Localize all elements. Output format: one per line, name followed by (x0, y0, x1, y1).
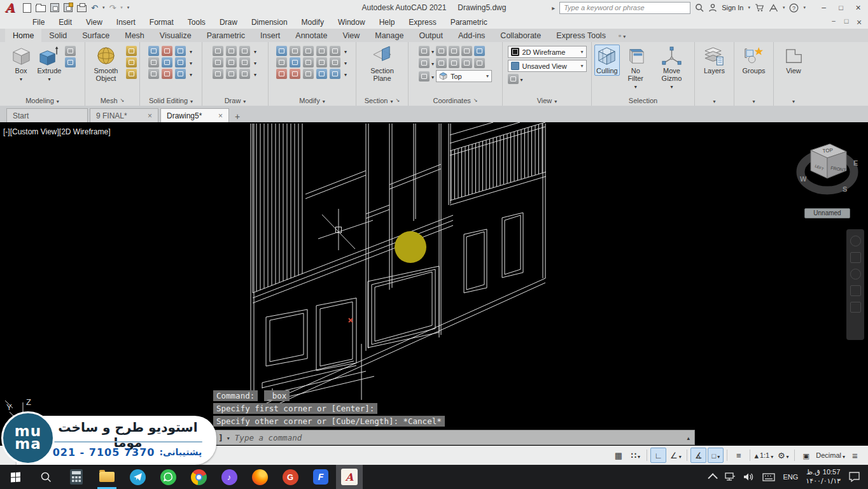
panel-title-coordinates[interactable]: Coordinates↘ (409, 95, 502, 106)
taskbar-app-autocad[interactable] (336, 465, 363, 489)
taper-face-icon[interactable] (162, 69, 172, 79)
solid-edit-caret1-icon[interactable] (190, 46, 192, 55)
sign-in-dropdown-icon[interactable]: ▾ (748, 5, 750, 10)
ribbon-tab-mesh[interactable]: Mesh (117, 29, 152, 42)
grid-toggle-button[interactable] (610, 448, 626, 463)
menu-item-edit[interactable]: Edit (52, 17, 79, 28)
fillet-edge-icon[interactable] (148, 69, 159, 79)
search-expand-icon[interactable] (552, 3, 555, 12)
ribbon-tab-home[interactable]: Home (5, 29, 41, 42)
osnap-button[interactable] (708, 448, 724, 463)
panel-title-section[interactable]: Section↘ (356, 95, 408, 106)
cart-icon[interactable] (755, 3, 764, 12)
snap-toggle-button[interactable] (627, 448, 643, 463)
scale-icon[interactable] (316, 57, 327, 67)
ribbon-display-toggle[interactable] (619, 29, 626, 42)
ucs-3point-icon[interactable] (474, 58, 485, 68)
osnap-tracking-button[interactable] (690, 448, 706, 463)
annotation-scale-button[interactable]: 1:1 (753, 448, 774, 463)
ribbon-tab-output[interactable]: Output (411, 29, 451, 42)
orbit-icon[interactable] (850, 285, 861, 296)
polyline-icon[interactable] (213, 46, 223, 56)
qat-customize-icon[interactable]: ▾ (127, 5, 130, 10)
redo-dropdown-icon[interactable]: ▾ (120, 5, 123, 10)
menu-item-window[interactable]: Window (331, 17, 372, 28)
taskbar-app-whatsapp[interactable] (153, 465, 183, 489)
menu-item-dimension[interactable]: Dimension (244, 17, 295, 28)
offset-icon[interactable] (316, 69, 327, 79)
command-expand-icon[interactable] (687, 433, 690, 442)
start-button[interactable] (0, 465, 31, 489)
smooth-more-icon[interactable] (126, 46, 137, 56)
help-icon[interactable]: ? (789, 3, 799, 13)
menu-item-view[interactable]: View (79, 17, 109, 28)
new-file-icon[interactable] (23, 3, 31, 13)
copy-icon[interactable] (316, 46, 327, 56)
autodesk-app-dropdown-icon[interactable]: ▾ (783, 5, 785, 10)
search-icon[interactable] (695, 3, 704, 12)
ribbon-tab-manage[interactable]: Manage (367, 29, 411, 42)
action-center-icon[interactable] (848, 472, 860, 482)
shell-icon[interactable] (175, 57, 186, 67)
menu-item-tools[interactable]: Tools (181, 17, 213, 28)
speaker-icon[interactable] (743, 472, 755, 481)
stretch-icon[interactable] (303, 69, 314, 79)
undo-dropdown-icon[interactable]: ▾ (102, 5, 105, 10)
3d-align-icon[interactable] (290, 46, 300, 56)
menu-item-help[interactable]: Help (372, 17, 402, 28)
array-icon[interactable] (330, 69, 340, 79)
polysolid-icon[interactable] (65, 46, 76, 56)
file-tab-close-icon[interactable] (148, 111, 152, 120)
panel-title-groups[interactable] (734, 95, 773, 106)
erase-icon[interactable] (276, 69, 287, 79)
view-button[interactable]: View (781, 45, 806, 76)
taskbar-app-file-explorer[interactable] (92, 465, 122, 489)
panel-title-modeling[interactable]: Modeling (0, 95, 85, 106)
no-filter-button[interactable]: No Filter (622, 45, 650, 92)
ucs-caret-icon[interactable] (431, 46, 434, 55)
3d-mirror-icon[interactable] (276, 57, 287, 67)
new-drawing-tab-button[interactable] (231, 110, 244, 122)
doc-restore-button[interactable] (840, 17, 853, 27)
xline-icon[interactable] (226, 57, 237, 67)
file-tab-drawing5[interactable]: Drawing5* (160, 108, 229, 122)
panel-title-layers[interactable] (695, 95, 734, 106)
panel-title-view-big[interactable] (774, 95, 813, 106)
customization-button[interactable] (847, 448, 863, 463)
presspull-icon[interactable] (65, 57, 76, 67)
taskbar-app-firefox[interactable] (244, 465, 275, 489)
save-as-icon[interactable] (64, 3, 73, 12)
menu-item-file[interactable]: File (25, 17, 52, 28)
undo-icon[interactable]: ↶ (91, 4, 98, 12)
help-dropdown-icon[interactable]: ▾ (803, 5, 806, 10)
ucs-origin-icon[interactable] (449, 46, 459, 56)
viewcube-graphic[interactable]: W S E TOP FRONT LEFT (794, 139, 860, 202)
modify-caret3-icon[interactable] (344, 69, 347, 78)
units-button[interactable]: Decimal (815, 448, 846, 463)
ribbon-tab-parametric[interactable]: Parametric (199, 29, 253, 42)
touch-keyboard-icon[interactable] (762, 473, 775, 481)
tray-expand-icon[interactable] (708, 473, 718, 483)
isolate-objects-button[interactable] (798, 448, 814, 463)
ucs-view-caret-icon[interactable] (431, 72, 434, 81)
ucs-x-icon[interactable] (419, 58, 430, 68)
solid-edit-caret3-icon[interactable] (190, 69, 192, 78)
taskbar-app-g[interactable] (275, 465, 305, 489)
doc-minimize-button[interactable] (827, 17, 840, 27)
zoom-extents-icon[interactable] (850, 269, 861, 280)
panel-title-solid-editing[interactable]: Solid Editing (140, 95, 202, 106)
help-search-input[interactable] (563, 3, 687, 12)
command-options-caret-icon[interactable] (227, 433, 230, 442)
autodesk-app-icon[interactable] (769, 4, 778, 12)
annotation-visibility-button[interactable] (775, 448, 791, 463)
autocad-logo-icon[interactable] (0, 0, 19, 15)
taskbar-search-button[interactable] (31, 465, 61, 489)
menu-item-insert[interactable]: Insert (109, 17, 143, 28)
ribbon-tab-express-tools[interactable]: Express Tools (549, 29, 613, 42)
move-gizmo-button[interactable]: Move Gizmo (652, 45, 692, 92)
minimize-button[interactable] (815, 3, 832, 12)
named-view-combo[interactable]: Unsaved View (508, 60, 587, 72)
groups-button[interactable]: Groups (740, 45, 767, 76)
solid-edit-caret2-icon[interactable] (190, 58, 192, 67)
draw-caret1-icon[interactable] (254, 46, 256, 55)
